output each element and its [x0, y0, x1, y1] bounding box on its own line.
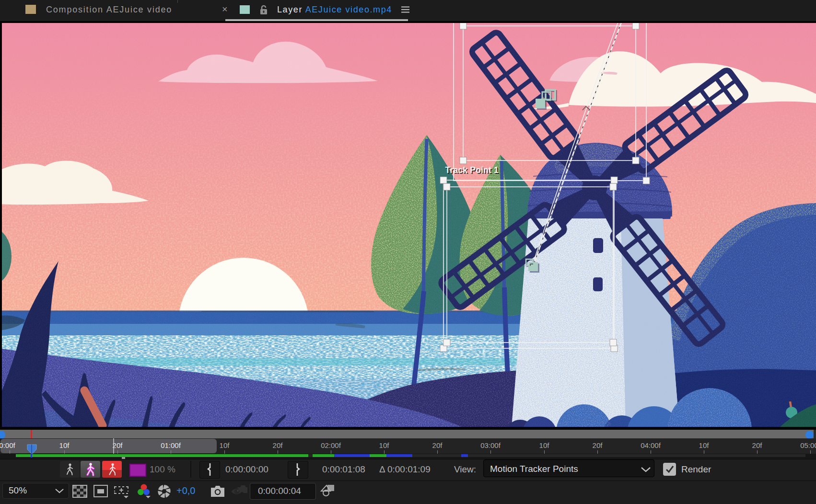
svg-text:Track Point 1: Track Point 1	[445, 165, 499, 175]
